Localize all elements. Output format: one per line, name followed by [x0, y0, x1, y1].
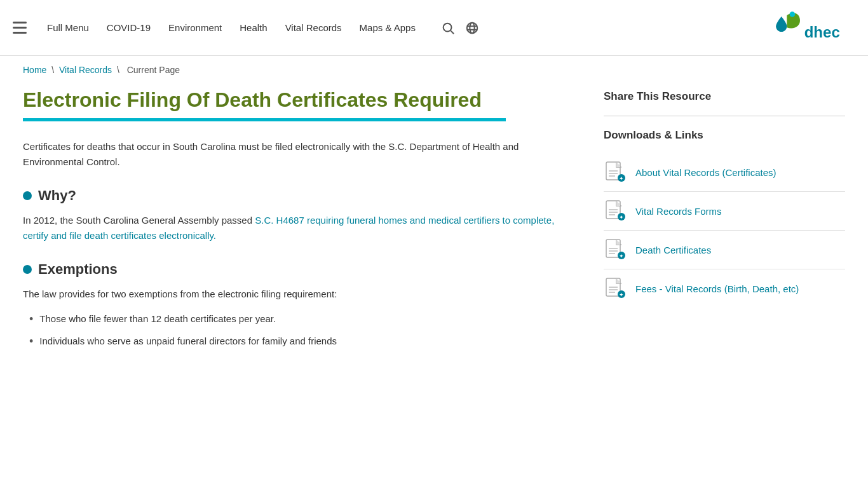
breadcrumb-sep1: \	[51, 65, 57, 75]
nav-icon-group	[441, 21, 479, 35]
download-link-text: Vital Records Forms	[635, 206, 722, 217]
title-underline	[23, 118, 506, 121]
download-link[interactable]: ✦ Vital Records Forms	[604, 192, 845, 231]
why-text-before: In 2012, the South Carolina General Asse…	[23, 215, 255, 226]
exemptions-intro: The law provides for two exemptions from…	[23, 287, 578, 302]
exemptions-bullet-dot	[23, 265, 32, 274]
svg-line-1	[451, 30, 454, 34]
svg-text:✦: ✦	[619, 292, 624, 298]
search-button[interactable]	[441, 21, 455, 35]
nav-item-maps---apps[interactable]: Maps & Apps	[360, 22, 416, 33]
svg-point-3	[470, 22, 474, 33]
svg-text:✦: ✦	[619, 253, 624, 259]
nav-item-full-menu[interactable]: Full Menu	[47, 22, 89, 33]
download-link[interactable]: ✦ Death Certificates	[604, 231, 845, 269]
svg-point-0	[444, 23, 452, 31]
breadcrumb-home[interactable]: Home	[23, 65, 46, 75]
download-link-text: Death Certificates	[635, 245, 711, 255]
hamburger-button[interactable]	[13, 22, 27, 34]
breadcrumb-current: Current Page	[127, 65, 180, 75]
list-item: Individuals who serve as unpaid funeral …	[29, 334, 578, 350]
download-link-text: Fees - Vital Records (Birth, Death, etc)	[635, 283, 799, 294]
exemptions-heading: Exemptions	[23, 261, 578, 278]
exemptions-list: Those who file fewer than 12 death certi…	[29, 312, 578, 350]
download-link[interactable]: ✦ Fees - Vital Records (Birth, Death, et…	[604, 269, 845, 308]
sidebar: Share This Resource Downloads & Links ✦ …	[604, 88, 845, 356]
main-container: Electronic Filing Of Death Certificates …	[0, 81, 868, 382]
content-area: Electronic Filing Of Death Certificates …	[23, 88, 578, 356]
list-item: Those who file fewer than 12 death certi…	[29, 312, 578, 328]
main-nav: Full MenuCOVID-19EnvironmentHealthVital …	[13, 21, 766, 35]
download-links-container: ✦ About Vital Records (Certificates) ✦ V…	[604, 153, 845, 308]
breadcrumb: Home \ Vital Records \ Current Page	[0, 56, 868, 81]
nav-item-vital-records[interactable]: Vital Records	[285, 22, 342, 33]
list-item-text: Those who file fewer than 12 death certi…	[39, 312, 276, 327]
download-link[interactable]: ✦ About Vital Records (Certificates)	[604, 153, 845, 192]
why-text: In 2012, the South Carolina General Asse…	[23, 213, 578, 243]
page-title: Electronic Filing Of Death Certificates …	[23, 88, 578, 112]
svg-point-2	[467, 22, 478, 33]
svg-text:✦: ✦	[619, 214, 624, 220]
download-link-text: About Vital Records (Certificates)	[635, 167, 776, 178]
breadcrumb-vital-records[interactable]: Vital Records	[59, 65, 112, 75]
intro-paragraph: Certificates for deaths that occur in So…	[23, 139, 578, 170]
downloads-title: Downloads & Links	[604, 129, 845, 142]
logo: dhec	[766, 9, 855, 47]
list-item-text: Individuals who serve as unpaid funeral …	[39, 334, 337, 349]
svg-text:✦: ✦	[619, 175, 624, 182]
site-header: Full MenuCOVID-19EnvironmentHealthVital …	[0, 0, 868, 56]
sidebar-divider	[604, 116, 845, 116]
why-bullet-dot	[23, 191, 32, 200]
why-heading: Why?	[23, 187, 578, 204]
nav-item-health[interactable]: Health	[240, 22, 267, 33]
breadcrumb-sep2: \	[117, 65, 122, 75]
share-title: Share This Resource	[604, 90, 845, 103]
why-title: Why?	[38, 187, 76, 204]
svg-text:dhec: dhec	[804, 23, 840, 40]
nav-item-covid-19[interactable]: COVID-19	[107, 22, 151, 33]
nav-item-environment[interactable]: Environment	[168, 22, 222, 33]
exemptions-title: Exemptions	[38, 261, 118, 278]
svg-point-6	[790, 11, 796, 17]
globe-button[interactable]	[465, 21, 479, 35]
